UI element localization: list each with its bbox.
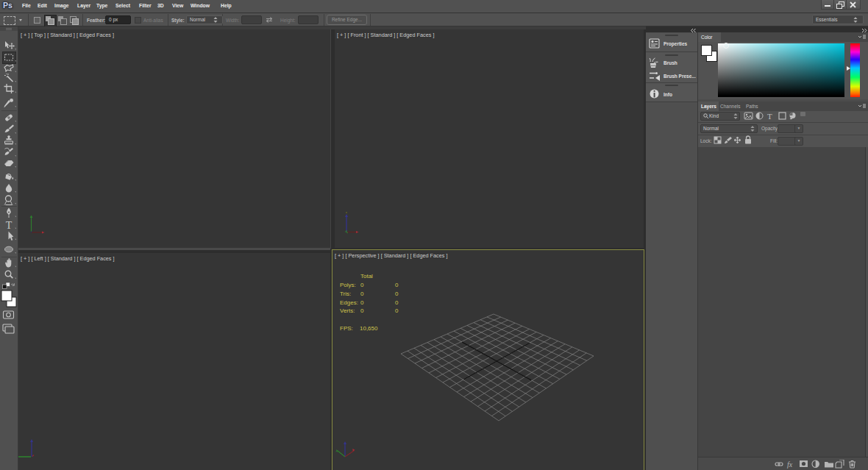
svg-text:T: T: [6, 220, 13, 231]
svg-text:fx: fx: [787, 460, 793, 469]
svg-text:T: T: [767, 112, 772, 121]
